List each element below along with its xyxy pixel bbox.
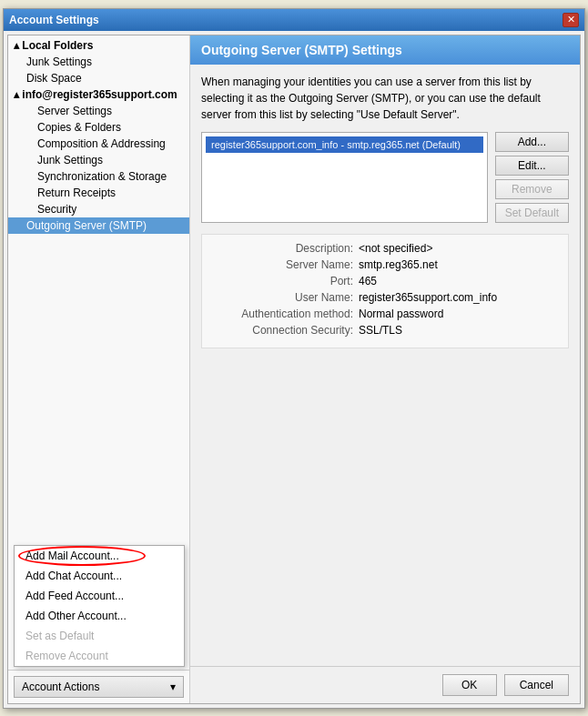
sidebar-item-disk-space[interactable]: Disk Space <box>8 70 189 86</box>
connection-value: SSL/TLS <box>359 324 402 337</box>
detail-description-row: Description: <not specified> <box>213 242 557 255</box>
connection-label: Connection Security: <box>213 324 359 337</box>
account-actions-label: Account Actions <box>22 681 99 693</box>
server-name-value: smtp.reg365.net <box>359 258 438 271</box>
sidebar-item-server-settings[interactable]: Server Settings <box>8 103 189 119</box>
right-panel: Outgoing Server (SMTP) Settings When man… <box>190 35 580 703</box>
cancel-button[interactable]: Cancel <box>504 674 569 696</box>
account-actions-dropdown: Add Mail Account...Add Chat Account...Ad… <box>14 545 185 667</box>
close-button[interactable]: ✕ <box>563 13 579 27</box>
detail-connection-row: Connection Security: SSL/TLS <box>213 324 557 337</box>
detail-servername-row: Server Name: smtp.reg365.net <box>213 258 557 271</box>
window-title: Account Settings <box>9 14 99 26</box>
sidebar-item-junk-settings-1[interactable]: Junk Settings <box>8 54 189 70</box>
dropdown-item-remove-account: Remove Account <box>15 646 184 666</box>
dropdown-item-add-mail[interactable]: Add Mail Account... <box>15 546 184 566</box>
sidebar-item-junk-settings-2[interactable]: Junk Settings <box>8 152 189 168</box>
title-bar: Account Settings ✕ <box>4 9 584 31</box>
auth-value: Normal password <box>359 308 443 320</box>
dropdown-item-add-chat[interactable]: Add Chat Account... <box>15 566 184 586</box>
dropdown-arrow-icon: ▾ <box>170 681 176 693</box>
dropdown-item-add-feed[interactable]: Add Feed Account... <box>15 586 184 606</box>
left-panel: ▴ Local FoldersJunk SettingsDisk Space▴ … <box>8 35 190 703</box>
add-smtp-button[interactable]: Add... <box>495 132 569 152</box>
main-content: ▴ Local FoldersJunk SettingsDisk Space▴ … <box>7 35 581 704</box>
port-label: Port: <box>213 275 359 287</box>
user-name-value: register365support.com_info <box>359 291 497 304</box>
detail-port-row: Port: 465 <box>213 275 557 287</box>
description-value: <not specified> <box>359 242 432 255</box>
account-actions-button[interactable]: Account Actions ▾ <box>14 676 184 698</box>
set-default-smtp-button[interactable]: Set Default <box>495 203 569 223</box>
remove-smtp-button[interactable]: Remove <box>495 179 569 199</box>
auth-label: Authentication method: <box>213 308 359 320</box>
right-body: When managing your identities you can us… <box>190 65 580 666</box>
sidebar-item-info-account[interactable]: ▴ info@register365support.com <box>8 86 189 103</box>
smtp-buttons: Add... Edit... Remove Set Default <box>495 132 569 223</box>
ok-button[interactable]: OK <box>442 674 497 696</box>
right-header: Outgoing Server (SMTP) Settings <box>190 35 580 65</box>
dropdown-item-set-default: Set as Default <box>15 626 184 646</box>
sidebar-item-sync-storage[interactable]: Synchronization & Storage <box>8 168 189 185</box>
server-details: Description: <not specified> Server Name… <box>201 234 569 348</box>
sidebar-item-composition-addressing[interactable]: Composition & Addressing <box>8 136 189 152</box>
description-label: Description: <box>213 242 359 255</box>
smtp-list-area: register365support.com_info - smtp.reg36… <box>201 132 569 223</box>
bottom-buttons: OK Cancel <box>190 666 580 703</box>
smtp-list-item[interactable]: register365support.com_info - smtp.reg36… <box>206 136 483 153</box>
panel-title: Outgoing Server (SMTP) Settings <box>201 43 402 57</box>
sidebar-item-local-folders[interactable]: ▴ Local Folders <box>8 37 189 54</box>
account-actions-area: Add Mail Account...Add Chat Account...Ad… <box>8 670 189 703</box>
sidebar-item-return-receipts[interactable]: Return Receipts <box>8 185 189 201</box>
detail-username-row: User Name: register365support.com_info <box>213 291 557 304</box>
description-text: When managing your identities you can us… <box>201 74 569 123</box>
server-name-label: Server Name: <box>213 258 359 271</box>
user-name-label: User Name: <box>213 291 359 304</box>
sidebar-item-outgoing-server[interactable]: Outgoing Server (SMTP) <box>8 217 189 234</box>
edit-smtp-button[interactable]: Edit... <box>495 156 569 176</box>
sidebar-item-copies-folders[interactable]: Copies & Folders <box>8 119 189 136</box>
account-settings-window: Account Settings ✕ ▴ Local FoldersJunk S… <box>3 8 585 709</box>
sidebar-item-security[interactable]: Security <box>8 201 189 217</box>
port-value: 465 <box>359 275 377 287</box>
detail-auth-row: Authentication method: Normal password <box>213 308 557 320</box>
dropdown-item-add-other[interactable]: Add Other Account... <box>15 606 184 626</box>
smtp-list-box[interactable]: register365support.com_info - smtp.reg36… <box>201 132 488 223</box>
